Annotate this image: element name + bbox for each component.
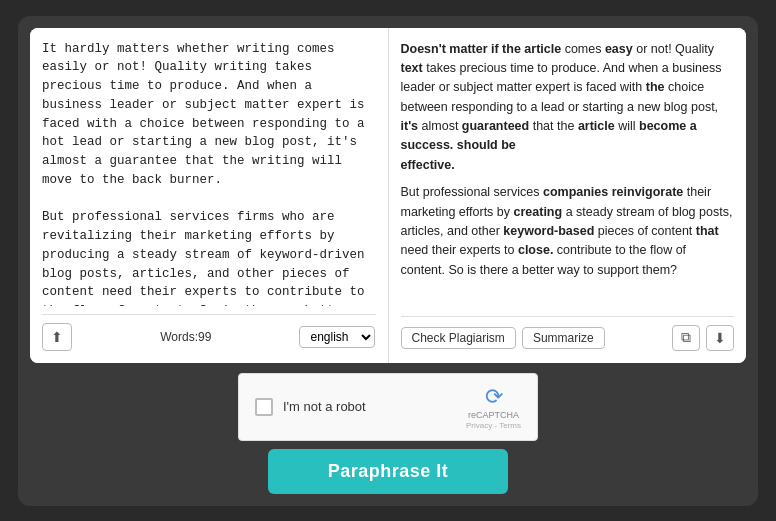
- main-panel: It hardly matters whether writing comes …: [30, 28, 746, 363]
- output-paragraph-1: Doesn't matter if the article comes easy…: [401, 40, 735, 176]
- left-panel: It hardly matters whether writing comes …: [30, 28, 389, 363]
- left-footer: ⬆ Words:99 english french spanish: [42, 314, 376, 351]
- keyword-bold: keyword-based: [503, 224, 594, 238]
- recaptcha-label: reCAPTCHA: [468, 410, 519, 421]
- check-plagiarism-button[interactable]: Check Plagiarism: [401, 327, 516, 349]
- creating-bold: creating: [514, 205, 563, 219]
- action-buttons: Check Plagiarism Summarize: [401, 327, 605, 349]
- right-footer: Check Plagiarism Summarize ⧉ ⬇: [401, 316, 735, 351]
- input-text-area[interactable]: It hardly matters whether writing comes …: [42, 40, 376, 306]
- recaptcha-icon: ⟳: [485, 384, 503, 410]
- easy-bold: easy: [605, 42, 633, 56]
- output-paragraph-2: But professional services companies rein…: [401, 183, 735, 280]
- download-icon: ⬇: [714, 330, 726, 346]
- that-bold: that: [696, 224, 719, 238]
- become-bold: become a success. should be: [401, 119, 697, 152]
- right-panel: Doesn't matter if the article comes easy…: [389, 28, 747, 363]
- its-bold: it's: [401, 119, 419, 133]
- words-count: Words:99: [160, 330, 211, 344]
- text-bold: text: [401, 61, 423, 75]
- close-bold: close.: [518, 243, 553, 257]
- recaptcha-privacy-terms: Privacy - Terms: [466, 421, 521, 430]
- companies-bold: companies reinvigorate: [543, 185, 683, 199]
- output-text: Doesn't matter if the article comes easy…: [401, 40, 735, 308]
- effective-bold: effective.: [401, 158, 455, 172]
- captcha-label: I'm not a robot: [283, 399, 366, 414]
- the-bold: the: [646, 80, 665, 94]
- captcha-left: I'm not a robot: [255, 398, 366, 416]
- captcha-right: ⟳ reCAPTCHA Privacy - Terms: [466, 384, 521, 430]
- copy-icon: ⧉: [681, 329, 691, 346]
- doesnt-matter-bold: Doesn't matter if the article: [401, 42, 562, 56]
- paraphrase-button[interactable]: Paraphrase It: [268, 449, 509, 494]
- captcha-checkbox[interactable]: [255, 398, 273, 416]
- language-select[interactable]: english french spanish: [299, 326, 375, 348]
- article-bold: article: [578, 119, 615, 133]
- guaranteed-bold: guaranteed: [462, 119, 529, 133]
- utility-buttons: ⧉ ⬇: [672, 325, 734, 351]
- app-frame: It hardly matters whether writing comes …: [18, 16, 758, 506]
- copy-button[interactable]: ⧉: [672, 325, 700, 351]
- bottom-section: I'm not a robot ⟳ reCAPTCHA Privacy - Te…: [30, 373, 746, 494]
- upload-button[interactable]: ⬆: [42, 323, 72, 351]
- captcha-box: I'm not a robot ⟳ reCAPTCHA Privacy - Te…: [238, 373, 538, 441]
- download-button[interactable]: ⬇: [706, 325, 734, 351]
- summarize-button[interactable]: Summarize: [522, 327, 605, 349]
